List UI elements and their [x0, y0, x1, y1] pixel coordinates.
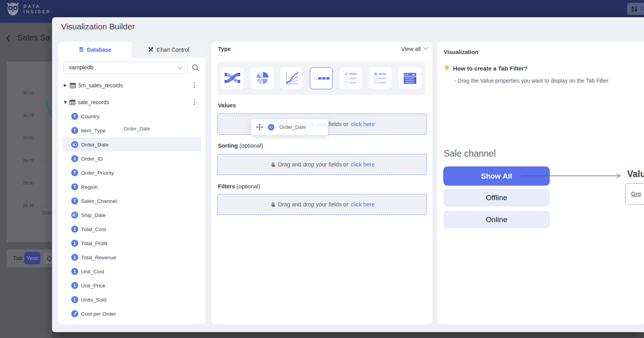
tree-node-sale-records[interactable]: sale_records: [58, 95, 205, 109]
y-tick: 30.00: [11, 136, 34, 140]
datasource-select[interactable]: sampledb: [63, 61, 188, 74]
dropzone-click-here-link[interactable]: click here: [351, 121, 374, 127]
table-icon: [69, 99, 76, 105]
back-arrow-icon[interactable]: [5, 34, 13, 43]
dashboard-nav-button[interactable]: D: [627, 3, 644, 15]
tab-database[interactable]: Database: [58, 42, 132, 58]
text-field-icon: T: [71, 197, 78, 204]
owl-logo-icon: [5, 2, 20, 16]
modal-title: Visualization Builder: [61, 22, 135, 31]
annotation-value-label: Value: [627, 169, 644, 179]
date-field-icon: [71, 211, 78, 219]
annotation-arrow: [522, 173, 622, 179]
date-field-icon: [268, 124, 274, 130]
chart-type-strip: Tab: [217, 62, 425, 95]
field-row[interactable]: TSales_Channel: [58, 194, 205, 208]
drag-origin-label: Order_Date: [124, 126, 150, 132]
visualization-heading: Visualization: [444, 49, 478, 55]
lightbulb-icon: [444, 64, 450, 72]
table-icon: [70, 83, 76, 89]
field-row[interactable]: 1Unit_Price: [58, 278, 205, 293]
number-field-icon: 1: [71, 226, 78, 233]
page-bottom: [52, 332, 644, 338]
drag-hand-icon: [270, 201, 276, 208]
field-row[interactable]: 1Unit_Cost: [58, 264, 205, 278]
caret-down-icon[interactable]: [64, 101, 67, 104]
field-row[interactable]: TOrder_Priority: [58, 166, 205, 180]
kebab-menu-icon[interactable]: [194, 82, 195, 89]
tip-title: How to create a Tab Filter?: [453, 65, 528, 72]
tree-node-label: sale_records: [78, 99, 109, 105]
y-tick: 29.50: [11, 181, 34, 185]
text-field-icon: T: [71, 183, 78, 190]
view-all-button[interactable]: View all: [401, 46, 421, 52]
type-heading: Type: [218, 46, 231, 52]
tip-body: - Drag the Value properties you want to …: [454, 78, 610, 84]
drag-ghost-card: Order_Date: [251, 119, 328, 136]
drag-hand-icon: [270, 161, 276, 168]
field-row-selected[interactable]: Order_Date: [63, 137, 201, 152]
datasource-value: sampledb: [69, 64, 94, 70]
chart-type-checkbox-list[interactable]: [369, 67, 392, 89]
annotation-box-label: Gro: [631, 190, 641, 197]
logo-text-line1: DATA: [23, 4, 41, 9]
nav-button-label: D: [640, 5, 644, 12]
dropzone-text: Drag and drop your fields or: [278, 161, 349, 168]
number-field-icon: 1: [71, 254, 78, 261]
chart-type-tab-filter-selected[interactable]: Tab: [310, 67, 333, 89]
field-row[interactable]: 1Total_Revenue: [58, 250, 205, 264]
dropzone-click-here-link[interactable]: click here: [351, 161, 374, 168]
tab-chart-control-label: Chart Control: [157, 47, 189, 53]
visualization-panel: Visualization How to create a Tab Filter…: [437, 42, 644, 324]
y-tick: 30.25: [11, 113, 34, 118]
preview-button-offline[interactable]: Offline: [443, 189, 550, 206]
chart-type-pie[interactable]: [251, 67, 273, 89]
y-tick: 29.75: [11, 158, 34, 163]
filters-heading: Filters (optional): [218, 183, 260, 190]
search-icon[interactable]: [192, 64, 200, 72]
chart-type-radio-list[interactable]: [340, 67, 362, 89]
field-row[interactable]: 1Order_ID: [58, 152, 205, 166]
filters-dropzone[interactable]: Drag and drop your fields or click here: [218, 194, 427, 215]
field-row[interactable]: 1Total_Profit: [58, 236, 205, 250]
kebab-menu-icon[interactable]: [194, 99, 195, 105]
field-row[interactable]: TCountry: [58, 109, 205, 123]
chart-type-sankey[interactable]: [221, 67, 244, 89]
y-tick: 29.25: [11, 203, 34, 208]
number-field-icon: 1: [71, 296, 78, 303]
sorting-heading: Sorting (optional): [218, 143, 263, 149]
chevron-down-icon: [177, 67, 183, 70]
logo-text-line2: INSIDER: [23, 9, 51, 14]
text-field-icon: T: [71, 169, 78, 176]
line-series: [40, 97, 52, 155]
bg-tab-year[interactable]: Year: [24, 252, 40, 264]
tab-database-label: Database: [87, 47, 111, 53]
field-row[interactable]: Ship_Date: [58, 208, 205, 222]
dashboard-icon: [631, 5, 638, 13]
field-row[interactable]: 1Total_Cost: [58, 222, 205, 236]
preview-button-online[interactable]: Online: [443, 211, 550, 228]
chart-type-line[interactable]: [280, 67, 303, 89]
bg-tab-label[interactable]: Tab: [10, 252, 25, 264]
field-row[interactable]: TRegion: [58, 180, 205, 194]
date-field-icon: [71, 141, 78, 148]
chevron-down-icon[interactable]: [423, 47, 429, 50]
y-tick: 30.50: [11, 90, 34, 95]
number-field-icon: 1: [71, 240, 78, 247]
field-row[interactable]: 1Units_Sold: [58, 293, 205, 307]
builder-panel: Type View all: [212, 42, 432, 324]
page-title: Sales Sa: [17, 33, 50, 42]
sorting-dropzone[interactable]: Drag and drop your fields or click here: [218, 154, 427, 175]
values-heading: Values: [218, 102, 236, 108]
visualization-builder-modal: Visualization Builder Database: [52, 17, 644, 332]
tools-icon: [148, 47, 154, 52]
tab-chart-control[interactable]: Chart Control: [132, 42, 205, 58]
tree-node-5m-sales-records[interactable]: 5m_sales_records: [58, 78, 205, 92]
dropzone-click-here-link[interactable]: click here: [351, 201, 374, 208]
tree-node-label: 5m_sales_records: [78, 82, 123, 89]
caret-right-icon[interactable]: [64, 84, 67, 87]
chart-type-table[interactable]: [399, 67, 421, 89]
field-row[interactable]: fCost per Order: [58, 307, 205, 321]
dropzone-text: Drag and drop your fields or: [278, 201, 349, 208]
text-field-icon: T: [71, 113, 78, 120]
